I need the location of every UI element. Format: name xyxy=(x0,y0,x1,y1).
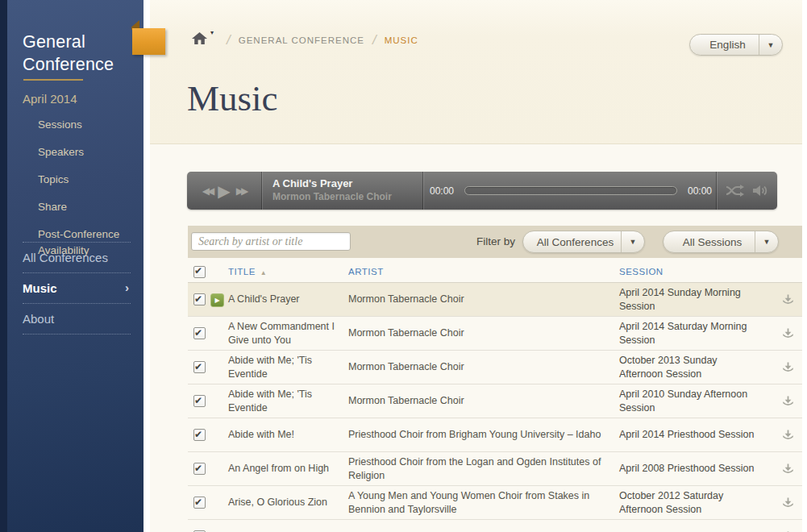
language-caret-box[interactable]: ▼ xyxy=(759,35,782,55)
main-content: ▾ / GENERAL CONFERENCE / MUSIC English ▼… xyxy=(150,0,802,532)
play-button[interactable]: ▶ xyxy=(218,183,230,199)
filter-by-label: Filter by xyxy=(476,226,515,258)
music-table: ✔ TITLE▲ ARTIST SESSION ✔ ▶ A Child's Pr… xyxy=(188,260,802,532)
row-artist: Mormon Tabernacle Choir xyxy=(348,394,619,408)
sidebar-item-all-conferences[interactable]: All Conferences xyxy=(23,242,131,272)
sidebar-item-about[interactable]: About xyxy=(23,303,131,335)
table-header: ✔ TITLE▲ ARTIST SESSION xyxy=(188,260,802,283)
row-checkbox[interactable]: ✔ xyxy=(193,463,206,475)
row-title[interactable]: Abide with Me! xyxy=(228,428,348,442)
row-artist: A Young Men and Young Women Choir from S… xyxy=(348,489,619,517)
breadcrumb-music: MUSIC xyxy=(385,35,418,45)
download-icon[interactable] xyxy=(782,463,794,475)
fast-forward-button[interactable]: ▶▶ xyxy=(236,186,246,196)
bookmark-ribbon xyxy=(131,20,167,56)
chevron-right-icon: › xyxy=(125,281,129,294)
player-controls: ◀◀ ▶ ▶▶ xyxy=(187,172,261,210)
home-button[interactable]: ▾ xyxy=(192,32,207,48)
select-all-checkbox[interactable]: ✔ xyxy=(193,266,206,278)
sidebar-item-music[interactable]: Music › xyxy=(23,272,131,303)
row-session: October 2012 Saturday Afternoon Session xyxy=(619,489,774,517)
sidebar-main-nav: All Conferences Music › About xyxy=(23,242,131,335)
audio-player: ◀◀ ▶ ▶▶ A Child's Prayer Mormon Tabernac… xyxy=(187,172,777,210)
search-input[interactable] xyxy=(191,232,351,251)
breadcrumb: ▾ / GENERAL CONFERENCE / MUSIC xyxy=(192,32,418,48)
row-artist: Mormon Tabernacle Choir xyxy=(348,293,619,306)
conference-filter-caret-box[interactable]: ▼ xyxy=(621,231,644,252)
download-icon[interactable] xyxy=(782,362,794,373)
download-icon[interactable] xyxy=(782,430,794,441)
row-checkbox[interactable]: ✔ xyxy=(193,327,206,339)
table-row: ✔ ▶ Arise, O Glorious Zion A Young Men a… xyxy=(188,486,802,520)
language-selector[interactable]: English ▼ xyxy=(689,34,783,56)
breadcrumb-separator: / xyxy=(227,32,231,48)
ribbon-flag xyxy=(132,28,165,55)
row-session: April 2010 Sunday Afternoon Session xyxy=(619,388,774,415)
player-elapsed-time: 00:00 xyxy=(424,185,460,197)
player-progress-bar[interactable] xyxy=(464,186,677,195)
sidebar-item-share[interactable]: Share xyxy=(38,199,131,215)
download-icon[interactable] xyxy=(782,328,794,339)
download-icon[interactable] xyxy=(782,497,794,509)
row-artist: Mormon Tabernacle Choir xyxy=(348,326,619,340)
sort-asc-icon: ▲ xyxy=(260,269,267,276)
row-checkbox[interactable]: ✔ xyxy=(193,361,206,373)
row-session: April 2014 Priesthood Session xyxy=(619,428,774,442)
row-title[interactable]: A New Commandment I Give unto You xyxy=(228,320,348,347)
player-track-title: A Child's Prayer xyxy=(272,177,352,189)
column-header-session[interactable]: SESSION xyxy=(619,267,774,276)
table-row: ✔ ▶ Abide with Me! Priesthood Choir from… xyxy=(188,418,802,452)
row-checkbox[interactable]: ✔ xyxy=(193,395,206,407)
sidebar-conference-label[interactable]: April 2014 xyxy=(23,92,77,106)
row-session: April 2014 Sunday Morning Session xyxy=(619,286,774,314)
row-artist: Priesthood Choir from Brigham Young Univ… xyxy=(348,428,619,442)
chevron-down-icon: ▼ xyxy=(630,238,637,246)
filter-bar: Filter by All Conferences ▼ All Sessions… xyxy=(188,226,802,258)
home-caret-icon: ▾ xyxy=(210,29,214,36)
row-checkbox[interactable]: ✔ xyxy=(193,497,206,509)
download-icon[interactable] xyxy=(782,294,794,305)
table-body: ✔ ▶ A Child's Prayer Mormon Tabernacle C… xyxy=(188,283,802,532)
table-row: ✔ ▶ A New Commandment I Give unto You Mo… xyxy=(188,317,802,351)
row-title[interactable]: A Child's Prayer xyxy=(228,293,348,306)
volume-icon[interactable] xyxy=(753,185,769,197)
row-artist: Priesthood Choir from the Logan and Ogde… xyxy=(348,455,619,483)
table-row: ✔ ▶ An Angel from on High Priesthood Cho… xyxy=(188,452,802,486)
shuffle-icon[interactable] xyxy=(726,185,745,197)
row-title[interactable]: An Angel from on High xyxy=(228,462,348,476)
breadcrumb-general-conference[interactable]: GENERAL CONFERENCE xyxy=(239,35,364,45)
table-row: ✔ ▶ Abide with Me; 'Tis Eventide Mormon … xyxy=(188,384,802,418)
column-header-title[interactable]: TITLE▲ xyxy=(228,267,348,276)
session-filter-dropdown[interactable]: All Sessions ▼ xyxy=(663,231,779,253)
session-filter-caret-box[interactable]: ▼ xyxy=(755,231,778,252)
sidebar-item-speakers[interactable]: Speakers xyxy=(38,144,131,160)
row-title[interactable]: Abide with Me; 'Tis Eventide xyxy=(228,354,348,381)
chevron-down-icon: ▼ xyxy=(763,238,771,246)
conference-filter-dropdown[interactable]: All Conferences ▼ xyxy=(522,231,645,253)
row-title[interactable]: Abide with Me; 'Tis Eventide xyxy=(228,388,348,415)
player-track-artist: Mormon Tabernacle Choir xyxy=(272,191,392,202)
row-session: April 2008 Priesthood Session xyxy=(619,462,774,476)
chevron-down-icon: ▼ xyxy=(767,41,775,49)
table-row: ✔ ▶ A Child's Prayer Mormon Tabernacle C… xyxy=(188,283,802,317)
row-title[interactable]: Arise, O Glorious Zion xyxy=(228,496,348,509)
sidebar-item-sessions[interactable]: Sessions xyxy=(38,117,131,133)
rewind-button[interactable]: ◀◀ xyxy=(202,186,212,196)
home-icon xyxy=(192,32,207,45)
sidebar-title: General Conference xyxy=(23,31,127,77)
sidebar-title-underline xyxy=(23,79,83,81)
download-icon[interactable] xyxy=(782,396,794,407)
row-session: October 2013 Sunday Afternoon Session xyxy=(619,354,774,381)
player-remaining-time: 00:00 xyxy=(682,185,718,197)
conference-filter-value: All Conferences xyxy=(523,236,621,248)
row-artist: Mormon Tabernacle Choir xyxy=(348,360,619,374)
row-checkbox[interactable]: ✔ xyxy=(193,429,206,441)
header-band xyxy=(150,0,802,144)
sidebar-item-topics[interactable]: Topics xyxy=(38,172,131,188)
row-session: April 2014 Saturday Morning Session xyxy=(619,320,774,347)
column-header-artist[interactable]: ARTIST xyxy=(348,267,619,276)
player-extras xyxy=(718,172,777,210)
row-play-icon[interactable]: ▶ xyxy=(210,293,224,307)
sidebar: General Conference April 2014 Sessions S… xyxy=(0,0,144,532)
row-checkbox[interactable]: ✔ xyxy=(193,293,206,305)
